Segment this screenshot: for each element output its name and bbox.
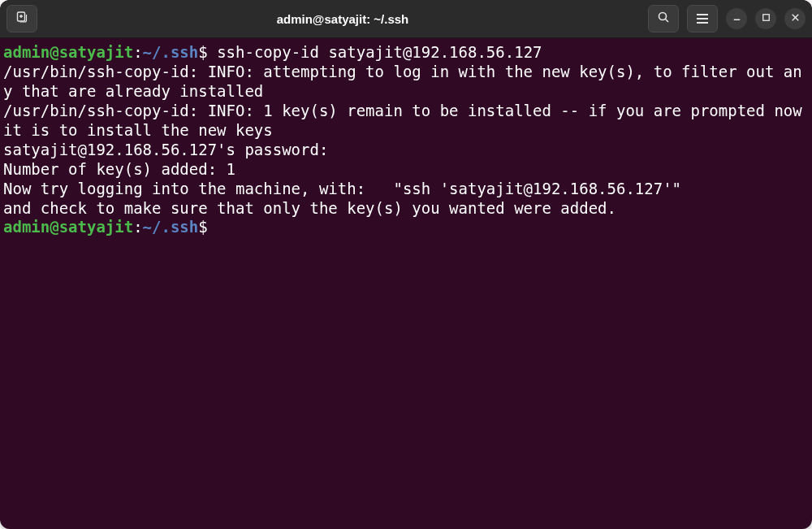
svg-rect-6 bbox=[762, 14, 769, 20]
command-text: ssh-copy-id satyajit@192.168.56.127 bbox=[208, 43, 542, 61]
output-line: and check to make sure that only the key… bbox=[3, 199, 809, 219]
new-tab-button[interactable] bbox=[6, 5, 37, 33]
menu-button[interactable] bbox=[687, 5, 718, 33]
titlebar-left bbox=[6, 5, 37, 33]
prompt-path: ~/.ssh bbox=[143, 218, 199, 236]
output-line: /usr/bin/ssh-copy-id: INFO: 1 key(s) rem… bbox=[3, 102, 809, 141]
prompt-line-2: admin@satyajit:~/.ssh$ bbox=[3, 218, 809, 237]
terminal-body[interactable]: admin@satyajit:~/.ssh$ ssh-copy-id satya… bbox=[0, 38, 812, 529]
minimize-icon bbox=[731, 11, 743, 27]
hamburger-icon bbox=[697, 14, 708, 24]
prompt-line-1: admin@satyajit:~/.ssh$ ssh-copy-id satya… bbox=[3, 43, 809, 63]
prompt-dollar: $ bbox=[198, 218, 207, 236]
prompt-dollar: $ bbox=[198, 43, 207, 61]
terminal-window: admin@satyajit: ~/.ssh bbox=[0, 0, 812, 529]
close-icon bbox=[789, 11, 801, 27]
svg-line-4 bbox=[666, 20, 669, 23]
svg-point-3 bbox=[659, 13, 667, 20]
output-line: Number of key(s) added: 1 bbox=[3, 160, 809, 180]
minimize-button[interactable] bbox=[726, 8, 747, 29]
close-button[interactable] bbox=[784, 8, 806, 29]
prompt-path: ~/.ssh bbox=[143, 43, 199, 61]
prompt-userhost: admin@satyajit bbox=[3, 218, 133, 236]
window-title: admin@satyajit: ~/.ssh bbox=[44, 12, 641, 26]
new-tab-icon bbox=[15, 11, 28, 27]
search-icon bbox=[657, 11, 670, 27]
prompt-userhost: admin@satyajit bbox=[3, 43, 133, 61]
maximize-icon bbox=[760, 11, 772, 27]
search-button[interactable] bbox=[648, 5, 679, 33]
prompt-colon: : bbox=[133, 218, 142, 236]
output-line: satyajit@192.168.56.127's password: bbox=[3, 141, 809, 160]
titlebar: admin@satyajit: ~/.ssh bbox=[0, 0, 812, 38]
titlebar-right bbox=[648, 5, 806, 33]
prompt-colon: : bbox=[133, 43, 142, 61]
maximize-button[interactable] bbox=[755, 8, 776, 29]
output-line: Now try logging into the machine, with: … bbox=[3, 180, 809, 199]
output-line: /usr/bin/ssh-copy-id: INFO: attempting t… bbox=[3, 63, 809, 102]
